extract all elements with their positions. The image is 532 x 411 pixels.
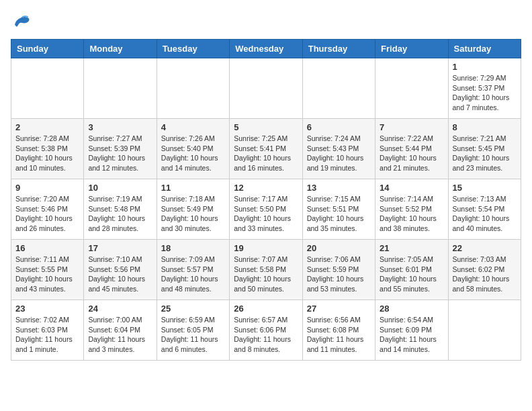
week-row-3: 9Sunrise: 7:20 AM Sunset: 5:46 PM Daylig…: [11, 179, 521, 240]
day-number: 6: [307, 122, 371, 132]
calendar-table: SundayMondayTuesdayWednesdayThursdayFrid…: [11, 39, 521, 361]
day-cell: 11Sunrise: 7:18 AM Sunset: 5:49 PM Dayli…: [157, 179, 229, 240]
day-cell: 16Sunrise: 7:11 AM Sunset: 5:55 PM Dayli…: [11, 240, 84, 300]
day-info: Sunrise: 7:19 AM Sunset: 5:48 PM Dayligh…: [88, 194, 152, 234]
header-wednesday: Wednesday: [230, 40, 302, 58]
header-saturday: Saturday: [448, 40, 521, 58]
day-number: 25: [161, 304, 225, 314]
day-cell: [84, 58, 157, 119]
header-tuesday: Tuesday: [157, 40, 229, 58]
day-info: Sunrise: 7:27 AM Sunset: 5:39 PM Dayligh…: [88, 134, 152, 173]
day-cell: 22Sunrise: 7:03 AM Sunset: 6:02 PM Dayli…: [448, 240, 521, 300]
day-number: 2: [15, 122, 79, 132]
day-cell: 5Sunrise: 7:25 AM Sunset: 5:41 PM Daylig…: [230, 119, 302, 179]
day-cell: 12Sunrise: 7:17 AM Sunset: 5:50 PM Dayli…: [230, 179, 302, 240]
day-number: 23: [15, 304, 79, 314]
day-info: Sunrise: 7:15 AM Sunset: 5:51 PM Dayligh…: [307, 194, 371, 234]
day-cell: 28Sunrise: 6:54 AM Sunset: 6:09 PM Dayli…: [375, 300, 448, 361]
day-info: Sunrise: 7:20 AM Sunset: 5:46 PM Dayligh…: [15, 194, 79, 234]
header-sunday: Sunday: [11, 40, 84, 58]
day-info: Sunrise: 6:59 AM Sunset: 6:05 PM Dayligh…: [161, 315, 225, 355]
day-info: Sunrise: 7:28 AM Sunset: 5:38 PM Dayligh…: [15, 134, 79, 173]
logo-icon: [11, 11, 31, 31]
day-info: Sunrise: 6:54 AM Sunset: 6:09 PM Dayligh…: [380, 315, 443, 355]
day-number: 18: [161, 243, 225, 253]
day-cell: 24Sunrise: 7:00 AM Sunset: 6:04 PM Dayli…: [84, 300, 157, 361]
day-number: 12: [234, 183, 298, 193]
day-info: Sunrise: 7:24 AM Sunset: 5:43 PM Dayligh…: [307, 134, 371, 173]
day-cell: 8Sunrise: 7:21 AM Sunset: 5:45 PM Daylig…: [448, 119, 521, 179]
day-number: 24: [88, 304, 152, 314]
day-cell: [230, 58, 302, 119]
day-cell: 20Sunrise: 7:06 AM Sunset: 5:59 PM Dayli…: [302, 240, 375, 300]
day-number: 10: [88, 183, 152, 193]
day-cell: 26Sunrise: 6:57 AM Sunset: 6:06 PM Dayli…: [230, 300, 302, 361]
day-cell: 15Sunrise: 7:13 AM Sunset: 5:54 PM Dayli…: [448, 179, 521, 240]
day-cell: 17Sunrise: 7:10 AM Sunset: 5:56 PM Dayli…: [84, 240, 157, 300]
day-info: Sunrise: 7:17 AM Sunset: 5:50 PM Dayligh…: [234, 194, 298, 234]
day-cell: 13Sunrise: 7:15 AM Sunset: 5:51 PM Dayli…: [302, 179, 375, 240]
header-friday: Friday: [375, 40, 448, 58]
day-cell: 4Sunrise: 7:26 AM Sunset: 5:40 PM Daylig…: [157, 119, 229, 179]
day-cell: [448, 300, 521, 361]
day-number: 4: [161, 122, 225, 132]
day-info: Sunrise: 7:14 AM Sunset: 5:52 PM Dayligh…: [380, 194, 443, 234]
day-number: 20: [307, 243, 371, 253]
day-number: 11: [161, 183, 225, 193]
day-info: Sunrise: 6:56 AM Sunset: 6:08 PM Dayligh…: [307, 315, 371, 355]
day-cell: 19Sunrise: 7:07 AM Sunset: 5:58 PM Dayli…: [230, 240, 302, 300]
page-header: [11, 11, 521, 31]
day-number: 27: [307, 304, 371, 314]
day-cell: 21Sunrise: 7:05 AM Sunset: 6:01 PM Dayli…: [375, 240, 448, 300]
day-number: 28: [380, 304, 443, 314]
week-row-1: 1Sunrise: 7:29 AM Sunset: 5:37 PM Daylig…: [11, 58, 521, 119]
day-info: Sunrise: 7:29 AM Sunset: 5:37 PM Dayligh…: [453, 73, 517, 113]
day-cell: [375, 58, 448, 119]
week-row-2: 2Sunrise: 7:28 AM Sunset: 5:38 PM Daylig…: [11, 119, 521, 179]
day-info: Sunrise: 7:05 AM Sunset: 6:01 PM Dayligh…: [380, 255, 443, 294]
day-cell: 6Sunrise: 7:24 AM Sunset: 5:43 PM Daylig…: [302, 119, 375, 179]
day-info: Sunrise: 7:25 AM Sunset: 5:41 PM Dayligh…: [234, 134, 298, 173]
day-number: 14: [380, 183, 443, 193]
day-cell: 7Sunrise: 7:22 AM Sunset: 5:44 PM Daylig…: [375, 119, 448, 179]
day-info: Sunrise: 7:18 AM Sunset: 5:49 PM Dayligh…: [161, 194, 225, 234]
header-monday: Monday: [84, 40, 157, 58]
day-cell: [11, 58, 84, 119]
day-info: Sunrise: 7:03 AM Sunset: 6:02 PM Dayligh…: [453, 255, 517, 294]
day-info: Sunrise: 7:22 AM Sunset: 5:44 PM Dayligh…: [380, 134, 443, 173]
day-number: 8: [453, 122, 517, 132]
day-info: Sunrise: 7:07 AM Sunset: 5:58 PM Dayligh…: [234, 255, 298, 294]
day-number: 1: [453, 62, 517, 72]
day-number: 9: [15, 183, 79, 193]
day-number: 17: [88, 243, 152, 253]
day-number: 16: [15, 243, 79, 253]
day-cell: 14Sunrise: 7:14 AM Sunset: 5:52 PM Dayli…: [375, 179, 448, 240]
day-number: 15: [453, 183, 517, 193]
logo: [11, 11, 34, 31]
day-cell: 1Sunrise: 7:29 AM Sunset: 5:37 PM Daylig…: [448, 58, 521, 119]
day-number: 5: [234, 122, 298, 132]
day-info: Sunrise: 7:26 AM Sunset: 5:40 PM Dayligh…: [161, 134, 225, 173]
day-cell: 2Sunrise: 7:28 AM Sunset: 5:38 PM Daylig…: [11, 119, 84, 179]
day-number: 13: [307, 183, 371, 193]
day-cell: [302, 58, 375, 119]
day-number: 26: [234, 304, 298, 314]
day-number: 19: [234, 243, 298, 253]
day-info: Sunrise: 7:11 AM Sunset: 5:55 PM Dayligh…: [15, 255, 79, 294]
day-cell: 10Sunrise: 7:19 AM Sunset: 5:48 PM Dayli…: [84, 179, 157, 240]
day-info: Sunrise: 7:00 AM Sunset: 6:04 PM Dayligh…: [88, 315, 152, 355]
day-number: 22: [453, 243, 517, 253]
day-info: Sunrise: 7:10 AM Sunset: 5:56 PM Dayligh…: [88, 255, 152, 294]
day-info: Sunrise: 7:06 AM Sunset: 5:59 PM Dayligh…: [307, 255, 371, 294]
day-cell: 3Sunrise: 7:27 AM Sunset: 5:39 PM Daylig…: [84, 119, 157, 179]
day-info: Sunrise: 6:57 AM Sunset: 6:06 PM Dayligh…: [234, 315, 298, 355]
day-info: Sunrise: 7:02 AM Sunset: 6:03 PM Dayligh…: [15, 315, 79, 355]
day-info: Sunrise: 7:13 AM Sunset: 5:54 PM Dayligh…: [453, 194, 517, 234]
day-cell: 23Sunrise: 7:02 AM Sunset: 6:03 PM Dayli…: [11, 300, 84, 361]
day-cell: 27Sunrise: 6:56 AM Sunset: 6:08 PM Dayli…: [302, 300, 375, 361]
calendar-header-row: SundayMondayTuesdayWednesdayThursdayFrid…: [11, 40, 521, 58]
day-info: Sunrise: 7:09 AM Sunset: 5:57 PM Dayligh…: [161, 255, 225, 294]
day-number: 3: [88, 122, 152, 132]
day-number: 7: [380, 122, 443, 132]
day-number: 21: [380, 243, 443, 253]
